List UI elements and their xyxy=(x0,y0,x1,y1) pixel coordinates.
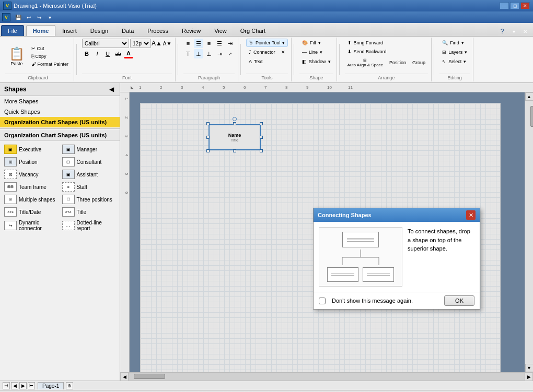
sidebar-collapse-button[interactable]: ◀ xyxy=(107,85,115,93)
shape-item-vacancy[interactable]: ⊡ Vacancy xyxy=(2,168,60,181)
tab-data[interactable]: Data xyxy=(115,25,141,36)
tab-review[interactable]: Review xyxy=(175,25,207,36)
scroll-up-button[interactable]: ▲ xyxy=(525,92,534,101)
add-page-button[interactable]: ⊕ xyxy=(66,382,73,389)
paste-button[interactable]: 📋 Paste xyxy=(5,43,28,70)
canvas-page[interactable]: Name Title Connecting Shapes ✕ xyxy=(130,92,533,372)
find-button[interactable]: 🔍Find▾ xyxy=(439,39,467,47)
quick-access-dropdown[interactable]: ▾ xyxy=(45,13,54,22)
shadow-dropdown[interactable]: ▾ xyxy=(328,59,331,64)
group-button[interactable]: Group xyxy=(410,56,428,69)
scroll-right-button[interactable]: ▶ xyxy=(525,373,533,381)
shape-item-staff[interactable]: ≡ Staff xyxy=(60,181,118,193)
select-dropdown[interactable]: ▾ xyxy=(464,59,466,64)
ribbon-close[interactable]: ✕ xyxy=(520,27,530,36)
shape-item-manager[interactable]: ▣ Manager xyxy=(60,143,118,156)
tab-home[interactable]: Home xyxy=(26,25,56,36)
page-next-button[interactable]: ▶ xyxy=(19,382,27,389)
align-left-button[interactable]: ≡ xyxy=(183,39,193,48)
sidebar-item-quick-shapes[interactable]: Quick Shapes xyxy=(0,106,120,117)
layers-button[interactable]: ⊞Layers▾ xyxy=(439,48,470,56)
sidebar-item-more-shapes[interactable]: More Shapes xyxy=(0,96,120,106)
list-button[interactable]: ☰ xyxy=(215,39,224,48)
font-size-select[interactable]: 12pt. xyxy=(130,39,151,48)
window-controls[interactable]: — ◻ ✕ xyxy=(500,2,530,9)
shadow-button[interactable]: ◧ Shadow ▾ xyxy=(299,57,333,66)
valign-bot-button[interactable]: ⊥ xyxy=(204,49,214,58)
underline-button[interactable]: U xyxy=(103,49,112,58)
bring-forward-button[interactable]: ⬆Bring Forward xyxy=(345,39,386,47)
shape-item-three[interactable]: ☐ Three positions xyxy=(60,193,118,206)
bold-button[interactable]: B xyxy=(82,49,91,58)
ribbon-minimize[interactable]: ▾ xyxy=(509,27,518,36)
shape-item-dotted[interactable]: - - Dotted-line report xyxy=(60,218,118,233)
connector-button[interactable]: ⤴ Connector ✕ xyxy=(246,48,288,56)
shape-item-teamframe[interactable]: ⊞⊞ Team frame xyxy=(2,181,60,193)
line-button[interactable]: — Line ▾ xyxy=(299,48,325,56)
fill-dropdown[interactable]: ▾ xyxy=(318,40,321,45)
tab-insert[interactable]: Insert xyxy=(55,25,84,36)
save-quick-button[interactable]: 💾 xyxy=(14,13,23,22)
help-button[interactable]: ? xyxy=(497,27,507,36)
valign-mid-button[interactable]: ⊥ xyxy=(194,49,203,58)
cut-button[interactable]: ✂ Cut xyxy=(29,45,71,52)
tab-design[interactable]: Design xyxy=(84,25,115,36)
align-right-button[interactable]: ≡ xyxy=(204,39,214,48)
page-prev-button[interactable]: ◀ xyxy=(11,382,18,389)
position-button[interactable]: Position xyxy=(387,56,409,69)
scroll-thumb-right[interactable] xyxy=(530,106,534,127)
scroll-left-button[interactable]: ◀ xyxy=(120,373,129,381)
decrease-font-button[interactable]: A▼ xyxy=(163,39,172,48)
font-color-button[interactable]: A xyxy=(124,49,133,58)
page-first-button[interactable]: ⊣ xyxy=(3,382,10,389)
indent-button[interactable]: ⇥ xyxy=(225,39,235,48)
format-painter-button[interactable]: 🖌 Format Painter xyxy=(29,61,71,68)
pointer-tool-button[interactable]: 🖱 Pointer Tool ▾ xyxy=(246,39,288,47)
para-expand[interactable]: ↗ xyxy=(225,49,235,58)
scrollbar-right[interactable]: ▲ ▼ xyxy=(525,92,533,372)
find-dropdown[interactable]: ▾ xyxy=(461,40,464,45)
increase-font-button[interactable]: A▲ xyxy=(152,39,161,48)
tab-file[interactable]: File xyxy=(1,25,24,36)
font-face-select[interactable]: Calibri xyxy=(82,39,129,48)
canvas-paper[interactable]: Name Title Connecting Shapes ✕ xyxy=(140,103,501,372)
text-button[interactable]: A Text xyxy=(246,57,288,66)
shape-item-executive[interactable]: ▣ Executive xyxy=(2,143,60,156)
sidebar-item-orgchart[interactable]: Organization Chart Shapes (US units) xyxy=(0,117,120,127)
close-button[interactable]: ✕ xyxy=(520,2,530,9)
scrollbar-bottom[interactable]: ◀ ▶ xyxy=(120,372,533,381)
strikethrough-button[interactable]: ab xyxy=(113,49,123,58)
scroll-track-bottom[interactable] xyxy=(129,373,525,381)
page-last-button[interactable]: ⊢ xyxy=(28,382,35,389)
connector-close[interactable]: ✕ xyxy=(281,50,285,55)
shape-item-consultant[interactable]: ⊡ Consultant xyxy=(60,156,118,168)
scroll-down-button[interactable]: ▼ xyxy=(525,364,534,372)
copy-button[interactable]: ⎘ Copy xyxy=(29,53,71,60)
fill-button[interactable]: 🎨 Fill ▾ xyxy=(299,39,323,47)
tab-process[interactable]: Process xyxy=(141,25,175,36)
shape-item-assistant[interactable]: ▣ Assistant xyxy=(60,168,118,181)
dialog-ok-button[interactable]: OK xyxy=(444,295,474,306)
redo-quick-button[interactable]: ↪ xyxy=(34,13,44,22)
shape-item-position[interactable]: ⊞ Position xyxy=(2,156,60,168)
dont-show-checkbox[interactable] xyxy=(319,298,326,304)
select-button[interactable]: ↖Select▾ xyxy=(439,57,469,66)
undo-quick-button[interactable]: ↩ xyxy=(24,13,33,22)
shape-item-multiple[interactable]: ⊞ Multiple shapes xyxy=(2,193,60,206)
align-center-button[interactable]: ☰ xyxy=(194,39,203,48)
page-tab[interactable]: Page-1 xyxy=(38,382,64,389)
send-backward-button[interactable]: ⬇Send Backward xyxy=(345,47,389,56)
valign-top-button[interactable]: ⊤ xyxy=(183,49,193,58)
layers-dropdown[interactable]: ▾ xyxy=(465,50,467,55)
dialog-close-button[interactable]: ✕ xyxy=(466,210,476,220)
shape-item-title[interactable]: XYZ Title xyxy=(60,206,118,218)
italic-button[interactable]: I xyxy=(92,49,102,58)
tab-view[interactable]: View xyxy=(207,25,234,36)
shape-item-dynconn[interactable]: ↪ Dynamic connector xyxy=(2,218,60,233)
shape-item-titledate[interactable]: XYZ Title/Date xyxy=(2,206,60,218)
tab-orgchart[interactable]: Org Chart xyxy=(234,25,272,36)
scroll-thumb-bottom[interactable] xyxy=(134,374,165,379)
restore-button[interactable]: ◻ xyxy=(510,2,519,9)
auto-align-button[interactable]: ⊞ Auto Align & Space xyxy=(345,56,386,69)
minimize-button[interactable]: — xyxy=(500,2,509,9)
